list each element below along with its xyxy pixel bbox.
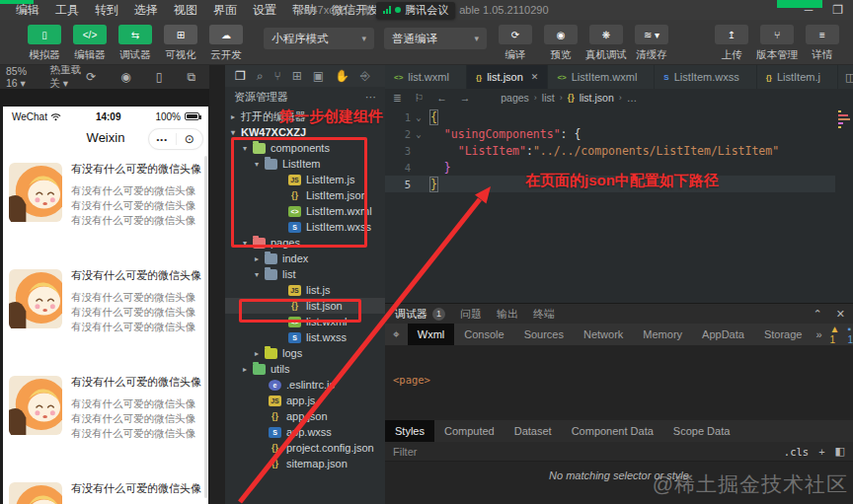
tree-folder-components[interactable]: ▾ components (225, 140, 385, 156)
scrollbar[interactable] (204, 156, 207, 498)
wxml-inspector[interactable]: <page> ▶<listitem is="components/ListIte… (385, 345, 853, 418)
tree-file-project-config[interactable]: {} project.config.json (225, 440, 385, 456)
warning-badge[interactable]: ▲ 1 (830, 324, 840, 345)
compile-button[interactable]: ⟳ 编译 (493, 25, 538, 62)
panel-tab[interactable]: 终端 (533, 307, 555, 322)
code-area[interactable]: 1⌄ { 2⌄ "usingComponents": { 3 "ListItem… (385, 108, 835, 192)
tree-file-listitem-wxss[interactable]: S ListItem.wxss (225, 219, 385, 235)
extensions-icon[interactable]: ⊞ (292, 69, 302, 83)
styles-tab-computed[interactable]: Computed (434, 420, 504, 442)
mode-dropdown[interactable]: 小程序模式 ▾ (264, 28, 374, 49)
info-badge[interactable]: ▪ 1 (847, 324, 853, 345)
panel-tab[interactable]: 输出 (497, 307, 518, 322)
wxml-node[interactable]: <page> (393, 374, 853, 387)
files-icon[interactable]: ❐ (235, 69, 246, 83)
hot-reload-toggle[interactable]: 热重载 关 ▾ (49, 63, 86, 91)
tree-file-list-json[interactable]: {} list.json (225, 298, 385, 314)
tab-listitem-js[interactable]: {} ListItem.j (757, 65, 838, 89)
filter-input[interactable]: Filter (393, 446, 417, 458)
maximize-button[interactable]: ❐ (832, 3, 843, 17)
tree-file-list-wxml[interactable]: <> list.wxml (225, 314, 385, 329)
tree-folder-utils[interactable]: ▸ utils (225, 361, 385, 377)
inspect-element-icon[interactable]: ⌖ (385, 327, 408, 341)
devtools-tab-memory[interactable]: Memory (633, 324, 692, 345)
sidebar-toggle-icon[interactable]: ◧ (835, 445, 845, 458)
tree-file-sitemap[interactable]: {} sitemap.json (225, 456, 385, 471)
menu-item[interactable]: 选择 (126, 3, 166, 17)
preview-button[interactable]: ◉ 预览 (538, 25, 583, 62)
tab-listitem-wxss[interactable]: S ListItem.wxss (655, 65, 756, 89)
exit-button[interactable]: ⊙ (177, 132, 203, 146)
clear-cache-button[interactable]: ≋ ▾ 清缓存 (629, 25, 674, 62)
remote-debug-button[interactable]: ❋ 真机调试 (583, 25, 629, 62)
menu-item[interactable]: 工具 (47, 3, 87, 17)
tree-folder-logs[interactable]: ▸ logs (225, 345, 385, 361)
devtools-tab-appdata[interactable]: AppData (692, 324, 754, 345)
styles-tab-scope-data[interactable]: Scope Data (663, 420, 739, 442)
more-actions-icon[interactable]: ⋯ (365, 91, 376, 104)
compile-dropdown[interactable]: 普通编译 ▾ (384, 28, 487, 49)
list-item[interactable]: 有没有什么可爱的微信头像 有没有什么可爱的微信头像有没有什么可爱的微信头像有没有… (3, 367, 208, 473)
tree-file-app-json[interactable]: {} app.json (225, 408, 385, 424)
devtools-tab-sources[interactable]: Sources (514, 324, 574, 345)
simulator-button[interactable]: ▯ 模拟器 (22, 25, 67, 62)
menu-item[interactable]: 视图 (166, 3, 205, 17)
record-icon[interactable]: ◉ (120, 70, 130, 84)
version-manage-button[interactable]: ⑂ 版本管理 (754, 25, 800, 62)
bookmark-icon[interactable]: ⚐ (415, 92, 424, 104)
collapse-icon[interactable]: ⌃ (814, 308, 822, 321)
tree-file-listitem-wxml[interactable]: <> ListItem.wxml (225, 203, 385, 219)
meeting-overlay[interactable]: 腾讯会议 (376, 2, 455, 19)
details-button[interactable]: ≡ 详情 (800, 25, 845, 62)
tree-file-list-js[interactable]: JS list.js (225, 282, 385, 298)
list-item[interactable]: 有没有什么可爱的微信头像 有没有什么可爱的微信头像有没有什么可爱的微信头像有没有… (3, 473, 208, 504)
devtools-tab-network[interactable]: Network (574, 324, 633, 345)
list-item[interactable]: 有没有什么可爱的微信头像 有没有什么可爱的微信头像有没有什么可爱的微信头像有没有… (3, 260, 208, 367)
hand-icon[interactable]: ✋ (335, 69, 349, 83)
device-icon[interactable]: ▯ (156, 70, 163, 84)
menu-item[interactable]: 设置 (245, 3, 284, 17)
tree-open-editors[interactable]: ▸ 打开的编辑器 (225, 108, 385, 124)
close-icon[interactable]: ✕ (836, 308, 845, 321)
multi-window-icon[interactable]: ⧉ (187, 70, 195, 84)
tab-list-wxml[interactable]: <> list.wxml (385, 65, 467, 89)
tree-file-eslintrc[interactable]: e .eslintrc.js (225, 377, 385, 393)
cloud-dev-button[interactable]: ☁ 云开发 (203, 25, 249, 62)
styles-tab-styles[interactable]: Styles (385, 420, 434, 442)
split-editor-icon[interactable]: ◫ (845, 71, 853, 84)
debugger-button[interactable]: ⇆ 调试器 (113, 25, 158, 62)
tab-debugger[interactable]: 调试器 1 (395, 307, 445, 322)
menu-item[interactable]: 编辑 (8, 3, 47, 17)
devtools-tab-console[interactable]: Console (454, 324, 513, 345)
tree-file-listitem-json[interactable]: {} ListItem.json (225, 187, 385, 203)
tree-file-listitem-js[interactable]: JS ListItem.js (225, 172, 385, 187)
more-button[interactable]: ••• (149, 135, 176, 144)
styles-tab-component-data[interactable]: Component Data (562, 420, 663, 442)
tree-file-list-wxss[interactable]: S list.wxss (225, 329, 385, 345)
devtools-tab-wxml[interactable]: Wxml (408, 324, 455, 345)
tree-file-app-wxss[interactable]: S app.wxss (225, 424, 385, 440)
zoom-level[interactable]: 85% 16 ▾ (6, 65, 36, 89)
overflow-tabs-icon[interactable]: » (815, 328, 821, 340)
refresh-icon[interactable]: ⟳ (86, 70, 96, 84)
add-style-icon[interactable]: + (818, 446, 824, 458)
search-icon[interactable]: ⌕ (257, 69, 264, 83)
tree-folder-listitem[interactable]: ▾ ListItem (225, 156, 385, 172)
panel-tab[interactable]: 问题 (460, 307, 482, 322)
menu-item[interactable]: 界面 (205, 3, 245, 17)
plugin-icon[interactable]: ⎆ (360, 69, 370, 83)
tree-folder-list[interactable]: ▾ list (225, 266, 385, 282)
tree-file-app-js[interactable]: JS app.js (225, 393, 385, 408)
tree-folder-pages[interactable]: ▾ pages (225, 235, 385, 251)
tree-folder-index[interactable]: ▸ index (225, 251, 385, 266)
devtools-tab-storage[interactable]: Storage (754, 324, 813, 345)
tab-list-json[interactable]: {} list.json ✕ (467, 65, 548, 89)
tab-listitem-wxml[interactable]: <> ListItem.wxml (548, 65, 655, 89)
media-icon[interactable]: ▣ (313, 69, 324, 83)
menu-item[interactable]: 转到 (87, 3, 126, 17)
close-icon[interactable]: ✕ (531, 72, 539, 82)
styles-tab-dataset[interactable]: Dataset (504, 420, 562, 442)
git-branch-icon[interactable]: ⑂ (274, 69, 281, 83)
toggle-class-button[interactable]: .cls (784, 446, 809, 458)
visualization-button[interactable]: ⊞ 可视化 (158, 25, 203, 62)
